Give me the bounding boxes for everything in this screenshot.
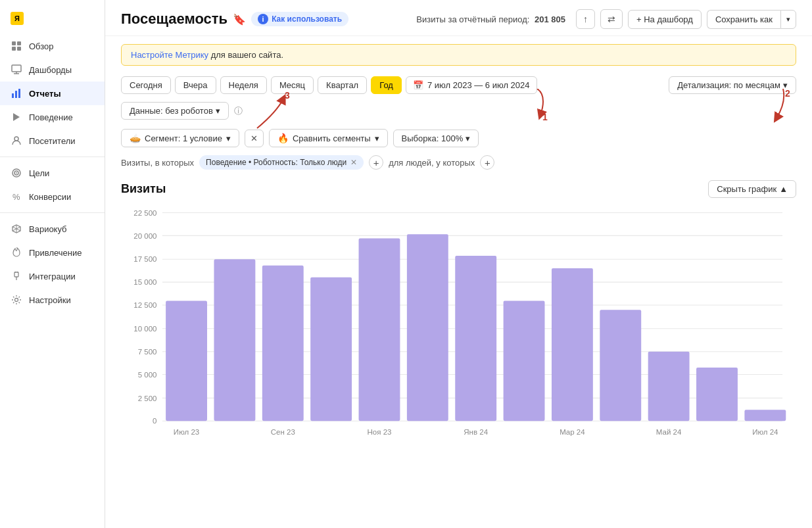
bookmark-icon[interactable]: 🔖 — [233, 13, 246, 26]
add-people-condition-button[interactable]: + — [480, 155, 494, 170]
sidebar-item-goals[interactable]: Цели — [0, 161, 105, 185]
compare-button[interactable]: ⇄ — [600, 9, 623, 29]
bar-jan24[interactable] — [455, 256, 496, 421]
bar-jul24[interactable] — [744, 410, 786, 421]
sidebar-item-reports[interactable]: Отчеты — [0, 82, 105, 105]
sidebar-item-variocube[interactable]: Вариокуб — [0, 217, 105, 241]
metrika-link[interactable]: Настройте Метрику — [131, 50, 211, 60]
period-year-label: Год — [379, 80, 393, 90]
segment-clear-button[interactable]: ✕ — [245, 130, 264, 147]
sidebar-item-label: Конверсии — [29, 192, 71, 202]
sidebar-item-integrations[interactable]: Интеграции — [0, 264, 105, 288]
hide-chart-label: Скрыть график — [717, 184, 776, 194]
detail-btn-container: Детализация: по месяцам ▾ 2 — [669, 76, 796, 94]
save-as-button[interactable]: Сохранить как — [707, 10, 780, 29]
detail-button[interactable]: Детализация: по месяцам ▾ — [669, 76, 796, 94]
header-stats: Визиты за отчётный период: 201 805 — [416, 14, 565, 24]
sidebar-item-overview[interactable]: Обзор — [0, 34, 105, 58]
svg-rect-2 — [12, 47, 16, 51]
period-month-button[interactable]: Месяц — [271, 76, 314, 94]
period-quarter-button[interactable]: Квартал — [318, 76, 367, 94]
visits-filter-row: Визиты, в которых Поведение • Роботность… — [105, 151, 812, 174]
info-circle-icon[interactable]: ⓘ — [234, 106, 243, 116]
sidebar-item-visitors[interactable]: Посетители — [0, 129, 105, 153]
hide-chart-button[interactable]: Скрыть график ▲ — [708, 180, 796, 198]
sidebar-item-label: Обзор — [29, 41, 54, 51]
info-icon: i — [258, 14, 268, 24]
svg-text:Ноя 23: Ноя 23 — [368, 428, 392, 436]
sidebar-item-behavior[interactable]: Поведение — [0, 105, 105, 129]
flame-icon — [11, 247, 22, 258]
sidebar-item-settings[interactable]: Настройки — [0, 288, 105, 312]
chart-section: Визиты Скрыть график ▲ — [105, 174, 812, 469]
bar-nov23[interactable] — [359, 239, 400, 421]
add-to-dashboard-button[interactable]: + На дашборд — [628, 10, 702, 29]
bar-aug23[interactable] — [214, 259, 255, 421]
header-actions: ↑ ⇄ + На дашборд Сохранить как ▾ — [576, 9, 796, 29]
data-filter-button[interactable]: Данные: без роботов ▾ — [121, 102, 229, 120]
filter-tag: Поведение • Роботность: Только люди ✕ — [199, 155, 364, 170]
add-condition-button[interactable]: + — [369, 155, 383, 170]
target-icon — [11, 167, 22, 179]
svg-point-11 — [14, 137, 18, 141]
svg-point-24 — [15, 299, 18, 302]
svg-rect-0 — [12, 41, 16, 45]
svg-rect-7 — [12, 93, 14, 98]
period-yesterday-button[interactable]: Вчера — [175, 76, 216, 94]
filter-tag-text: Поведение • Роботность: Только люди — [206, 158, 346, 167]
main-content: Посещаемость 🔖 i Как использовать Визиты… — [105, 0, 812, 528]
bar-sep23[interactable] — [262, 266, 304, 421]
period-year-button[interactable]: Год — [371, 76, 402, 94]
date-range-picker[interactable]: 📅 7 июл 2023 — 6 июл 2024 — [406, 76, 537, 94]
svg-text:Июл 23: Июл 23 — [174, 428, 199, 436]
upload-button[interactable]: ↑ — [576, 9, 595, 29]
svg-text:%: % — [12, 192, 20, 202]
bar-dec23[interactable] — [407, 234, 448, 421]
compare-segments-button[interactable]: 🔥 Сравнить сегменты ▾ — [269, 129, 388, 147]
play-icon — [11, 111, 22, 123]
svg-rect-1 — [17, 41, 21, 45]
sidebar-item-label: Настройки — [29, 295, 71, 305]
chevron-down-icon: ▾ — [786, 15, 790, 23]
sidebar-item-label: Цели — [29, 168, 49, 178]
gear-icon — [11, 294, 22, 306]
svg-text:Июл 24: Июл 24 — [752, 428, 778, 436]
chart-bar-icon — [11, 87, 22, 99]
chevron-down-icon: ▾ — [226, 133, 231, 143]
save-dropdown-button[interactable]: ▾ — [780, 10, 796, 29]
bar-oct23[interactable] — [310, 277, 352, 421]
detail-text: Детализация: по месяцам — [677, 80, 780, 90]
bar-jul23[interactable] — [166, 301, 207, 421]
period-filter-bar: Сегодня Вчера Неделя Месяц Квартал Год 📅… — [105, 71, 812, 99]
compare-icon: 🔥 — [277, 133, 289, 143]
bar-feb24[interactable] — [504, 301, 545, 421]
period-week-button[interactable]: Неделя — [220, 76, 267, 94]
segment-button[interactable]: 🥧 Сегмент: 1 условие ▾ — [121, 129, 239, 147]
period-today-label: Сегодня — [130, 80, 162, 90]
sidebar-item-label: Интеграции — [29, 272, 76, 281]
sidebar-item-attraction[interactable]: Привлечение — [0, 241, 105, 264]
filter-tag-remove[interactable]: ✕ — [350, 158, 357, 167]
bar-jun24[interactable] — [696, 368, 738, 421]
svg-text:22 500: 22 500 — [133, 209, 156, 217]
chevron-down-icon: ▾ — [216, 106, 220, 116]
info-link[interactable]: i Как использовать — [251, 12, 348, 26]
sidebar-item-conversions[interactable]: % Конверсии — [0, 185, 105, 208]
page-title-area: Посещаемость 🔖 i Как использовать — [121, 11, 406, 28]
period-quarter-label: Квартал — [326, 80, 358, 90]
svg-text:17 500: 17 500 — [133, 255, 156, 263]
sample-button[interactable]: Выборка: 100% ▾ — [393, 130, 479, 147]
svg-text:15 000: 15 000 — [133, 278, 156, 286]
sidebar-item-dashboards[interactable]: Дашборды — [0, 58, 105, 82]
calendar-icon: 📅 — [413, 80, 423, 90]
period-today-button[interactable]: Сегодня — [121, 76, 171, 94]
page-header: Посещаемость 🔖 i Как использовать Визиты… — [105, 0, 812, 36]
arrow3-container: ⓘ 3 — [234, 105, 243, 117]
sidebar-item-label: Отчеты — [29, 89, 61, 99]
period-yesterday-label: Вчера — [183, 80, 208, 90]
svg-text:2 500: 2 500 — [138, 395, 157, 402]
bar-apr24[interactable] — [600, 310, 641, 421]
metrika-banner-text: для вашего сайта. — [211, 50, 283, 60]
bar-may24[interactable] — [648, 352, 690, 421]
bar-mar24[interactable] — [552, 268, 593, 421]
